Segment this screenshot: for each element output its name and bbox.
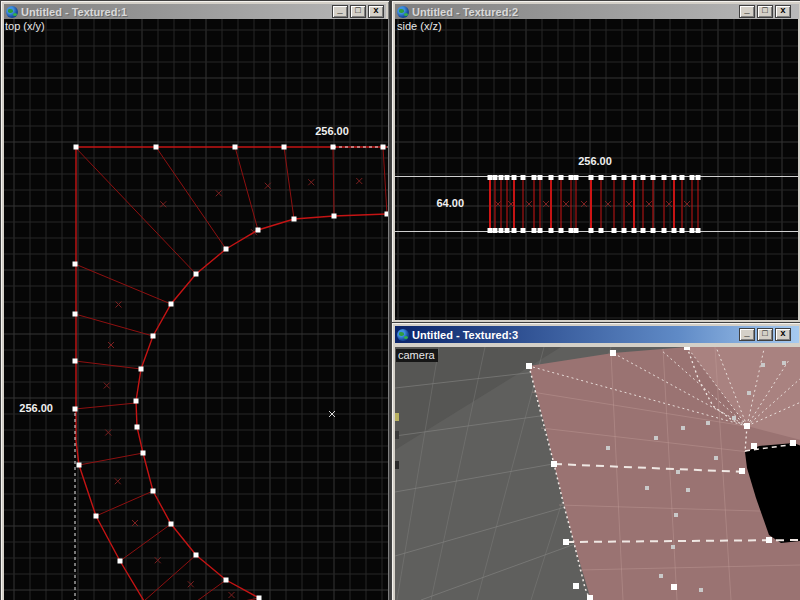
vertex-handle[interactable]	[499, 228, 504, 233]
vertex-handle[interactable]	[118, 559, 123, 564]
vertex-handle[interactable]	[674, 513, 678, 517]
vertex-handle[interactable]	[194, 553, 199, 558]
minimize-icon[interactable]: _	[739, 5, 755, 18]
vertex-handle[interactable]	[488, 175, 493, 180]
vertex-handle[interactable]	[493, 228, 498, 233]
vertex-handle[interactable]	[139, 367, 144, 372]
close-icon[interactable]: x	[775, 5, 791, 18]
vertex-handle[interactable]	[77, 463, 82, 468]
vertex-handle[interactable]	[706, 421, 710, 425]
vertex-handle[interactable]	[606, 446, 610, 450]
vertex-handle[interactable]	[169, 302, 174, 307]
vertex-handle[interactable]	[521, 175, 526, 180]
vertex-handle[interactable]	[526, 363, 532, 369]
vertex-handle[interactable]	[538, 175, 543, 180]
vertex-handle[interactable]	[74, 145, 79, 150]
vertex-handle[interactable]	[699, 588, 703, 592]
vertex-handle[interactable]	[671, 584, 677, 590]
vertex-handle[interactable]	[549, 175, 554, 180]
vertex-handle[interactable]	[744, 423, 750, 429]
maximize-icon[interactable]: □	[757, 328, 773, 341]
close-icon[interactable]: x	[368, 5, 384, 18]
vertex-handle[interactable]	[671, 545, 675, 549]
vertex-handle[interactable]	[651, 228, 656, 233]
vertex-handle[interactable]	[782, 361, 786, 365]
vertex-handle[interactable]	[532, 175, 537, 180]
vertex-handle[interactable]	[563, 539, 569, 545]
vertex-handle[interactable]	[154, 145, 159, 150]
minimize-icon[interactable]: _	[332, 5, 348, 18]
vertex-handle[interactable]	[641, 228, 646, 233]
vertex-handle[interactable]	[569, 175, 574, 180]
close-icon[interactable]: x	[775, 328, 791, 341]
vertex-handle[interactable]	[94, 514, 99, 519]
vertex-handle[interactable]	[538, 228, 543, 233]
vertex-handle[interactable]	[610, 350, 616, 356]
vertex-handle[interactable]	[493, 175, 498, 180]
vertex-handle[interactable]	[505, 228, 510, 233]
vertex-handle[interactable]	[512, 228, 517, 233]
vertex-handle[interactable]	[632, 228, 637, 233]
vertex-handle[interactable]	[194, 272, 199, 277]
vertex-handle[interactable]	[73, 407, 78, 412]
vertex-handle[interactable]	[73, 312, 78, 317]
maximize-icon[interactable]: □	[757, 5, 773, 18]
vertex-handle[interactable]	[681, 426, 685, 430]
vertex-handle[interactable]	[559, 175, 564, 180]
vertex-handle[interactable]	[151, 489, 156, 494]
vertex-handle[interactable]	[532, 228, 537, 233]
vertex-handle[interactable]	[766, 537, 772, 543]
vertex-handle[interactable]	[612, 228, 617, 233]
titlebar-top-view[interactable]: Untitled - Textured:1 _ □ x	[4, 4, 386, 19]
vertex-handle[interactable]	[622, 175, 627, 180]
vertex-handle[interactable]	[747, 391, 751, 395]
vertex-handle[interactable]	[256, 228, 261, 233]
titlebar-side-view[interactable]: Untitled - Textured:2 _ □ x	[395, 4, 799, 19]
vertex-handle[interactable]	[662, 228, 667, 233]
vertex-handle[interactable]	[224, 247, 229, 252]
vertex-handle[interactable]	[224, 578, 229, 583]
vertex-handle[interactable]	[499, 175, 504, 180]
vertex-handle[interactable]	[257, 596, 262, 600]
vertex-handle[interactable]	[622, 228, 627, 233]
vertex-handle[interactable]	[714, 456, 718, 460]
vertex-handle[interactable]	[381, 145, 386, 150]
titlebar-camera-view[interactable]: Untitled - Textured:3 _ □ x	[395, 326, 799, 343]
vertex-handle[interactable]	[141, 451, 146, 456]
vertex-handle[interactable]	[574, 228, 579, 233]
vertex-handle[interactable]	[645, 486, 649, 490]
vertex-handle[interactable]	[574, 175, 579, 180]
vertex-handle[interactable]	[282, 145, 287, 150]
vertex-handle[interactable]	[559, 228, 564, 233]
vertex-handle[interactable]	[751, 443, 757, 449]
vertex-handle[interactable]	[790, 440, 796, 446]
vertex-handle[interactable]	[686, 488, 690, 492]
vertex-handle[interactable]	[135, 425, 140, 430]
vertex-handle[interactable]	[690, 228, 695, 233]
vertex-handle[interactable]	[599, 228, 604, 233]
vertex-handle[interactable]	[73, 262, 78, 267]
vertex-handle[interactable]	[690, 175, 695, 180]
viewport-camera[interactable]	[395, 347, 800, 600]
vertex-handle[interactable]	[549, 228, 554, 233]
viewport-side[interactable]	[395, 19, 798, 320]
vertex-handle[interactable]	[680, 175, 685, 180]
vertex-handle[interactable]	[134, 399, 139, 404]
vertex-handle[interactable]	[676, 470, 680, 474]
vertex-handle[interactable]	[672, 228, 677, 233]
vertex-handle[interactable]	[233, 145, 238, 150]
vertex-handle[interactable]	[512, 175, 517, 180]
vertex-handle[interactable]	[672, 175, 677, 180]
vertex-handle[interactable]	[505, 175, 510, 180]
vertex-handle[interactable]	[521, 228, 526, 233]
vertex-handle[interactable]	[761, 363, 765, 367]
vertex-handle[interactable]	[332, 214, 337, 219]
vertex-handle[interactable]	[488, 228, 493, 233]
vertex-handle[interactable]	[73, 359, 78, 364]
vertex-handle[interactable]	[551, 461, 557, 467]
vertex-handle[interactable]	[662, 175, 667, 180]
vertex-handle[interactable]	[587, 595, 593, 600]
vertex-handle[interactable]	[732, 416, 736, 420]
vertex-handle[interactable]	[589, 228, 594, 233]
vertex-handle[interactable]	[589, 175, 594, 180]
